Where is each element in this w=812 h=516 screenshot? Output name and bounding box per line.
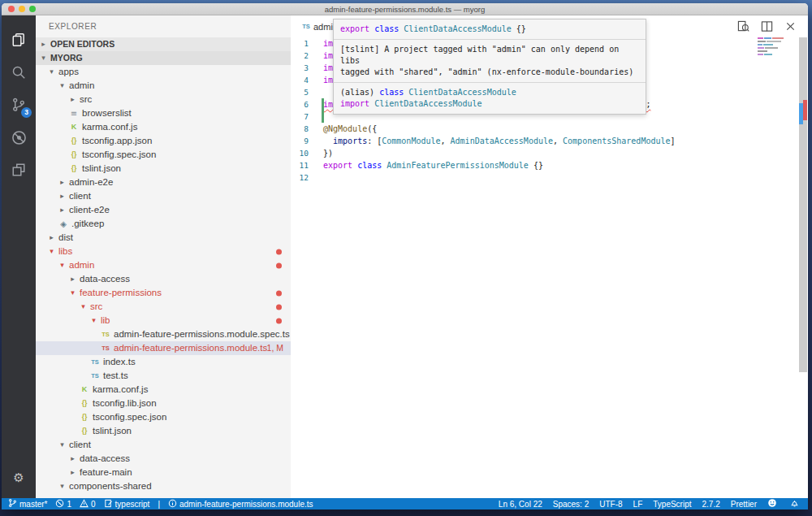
tree-item-src[interactable]: ▸src <box>36 493 291 498</box>
status-left: master*10typescript|admin-feature-permis… <box>8 498 313 509</box>
line-number: 8 <box>291 123 318 135</box>
tree-item-admin[interactable]: ▾admin <box>36 79 291 93</box>
chevron-down-icon: ▾ <box>79 300 88 314</box>
code-line-11[interactable]: 11export class AdminFeaturePermissionsMo… <box>291 159 808 171</box>
close-editor-icon[interactable] <box>784 20 797 33</box>
code-text <box>318 171 323 184</box>
chevron-right-icon: ▸ <box>68 493 77 498</box>
error-dot-badge <box>276 304 282 310</box>
tree-item-tsconfig-spec-json[interactable]: {}tsconfig.spec.json <box>36 148 291 162</box>
line-number: 2 <box>291 50 318 62</box>
chevron-right-icon: ▸ <box>58 176 67 189</box>
tree-item-client-e2e[interactable]: ▸client-e2e <box>36 203 291 217</box>
tree-item-label: feature-main <box>77 466 132 479</box>
smiley-icon <box>767 498 777 509</box>
tree-item-src[interactable]: ▾src <box>36 300 291 314</box>
status-item-label: admin-feature-permissions.module.ts <box>179 500 313 509</box>
split-editor-icon[interactable] <box>761 20 773 33</box>
tree-item-admin-e2e[interactable]: ▸admin-e2e <box>36 176 291 189</box>
tree-item-label: MYORG <box>48 51 83 65</box>
tree-item-label: apps <box>56 65 79 79</box>
tree-item-client[interactable]: ▸client <box>36 189 291 203</box>
tree-item-admin-feature-permissions-module-ts[interactable]: TSadmin-feature-permissions.module.ts1, … <box>36 341 291 355</box>
tree-item-dist[interactable]: ▸dist <box>36 231 291 245</box>
tree-item-index-ts[interactable]: TSindex.ts <box>36 355 291 369</box>
status-left-1[interactable]: 1 <box>55 499 71 509</box>
status-right-2-7-2[interactable]: 2.7.2 <box>702 500 720 509</box>
tree-item-src[interactable]: ▸src <box>36 93 291 106</box>
tree-item-data-access[interactable]: ▸data-access <box>36 452 291 466</box>
tree-item-components-shared[interactable]: ▾components-shared <box>36 479 291 493</box>
status-left-typescript[interactable]: typescript <box>104 499 150 509</box>
source-control-icon[interactable]: 3 <box>2 89 36 121</box>
status-item-label: Spaces: 2 <box>553 500 589 509</box>
status-right: Ln 6, Col 22Spaces: 2UTF-8LFTypeScript2.… <box>499 498 801 509</box>
tree-item-label: dist <box>56 231 73 245</box>
tree-item-label: index.ts <box>101 355 136 369</box>
status-right-utf-8[interactable]: UTF-8 <box>599 500 622 509</box>
minimap[interactable] <box>758 37 797 61</box>
tree-item-admin[interactable]: ▾admin <box>36 258 291 272</box>
explorer-icon[interactable] <box>2 24 36 56</box>
minimize-window-button[interactable] <box>19 6 25 12</box>
tree-item-label: data-access <box>77 272 130 286</box>
tree-item-data-access[interactable]: ▸data-access <box>36 272 291 286</box>
tree-item-gitkeep[interactable]: ◈.gitkeep <box>36 217 291 231</box>
status-left-0[interactable]: 0 <box>80 499 96 509</box>
open-changes-icon[interactable] <box>737 20 749 33</box>
line-number: 12 <box>291 171 318 184</box>
status-right-smiley[interactable] <box>767 498 780 509</box>
status-right-typescript[interactable]: TypeScript <box>653 500 691 509</box>
scm-badge: 3 <box>21 107 32 118</box>
tree-item-tsconfig-lib-json[interactable]: {}tsconfig.lib.json <box>36 397 291 410</box>
tree-item-browserslist[interactable]: ≡browserslist <box>36 106 291 120</box>
extensions-icon[interactable] <box>2 154 36 186</box>
tree-item-tslint-json[interactable]: {}tslint.json <box>36 424 291 438</box>
search-icon[interactable] <box>2 56 36 89</box>
tree-item-libs[interactable]: ▾libs <box>36 245 291 258</box>
scrollbar[interactable] <box>799 37 807 372</box>
debug-icon[interactable] <box>2 121 36 154</box>
error-dot-badge <box>276 262 282 268</box>
tree-item-label: tsconfig.spec.json <box>90 410 166 424</box>
line-number: 9 <box>291 135 318 147</box>
git-modified-gutter <box>322 111 324 123</box>
code-line-9[interactable]: 9 imports: [CommonModule, AdminDataAcces… <box>291 135 808 147</box>
tree-item-feature-main[interactable]: ▸feature-main <box>36 466 291 479</box>
status-right-bell[interactable] <box>790 498 801 509</box>
sidebar-title: EXPLORER <box>36 15 291 37</box>
zoom-window-button[interactable] <box>29 6 36 12</box>
code-line-8[interactable]: 8@NgModule({ <box>291 123 808 135</box>
tree-item-apps[interactable]: ▾apps <box>36 65 291 79</box>
status-left-master[interactable]: master* <box>8 498 47 509</box>
tree-item-tsconfig-app-json[interactable]: {}tsconfig.app.json <box>36 134 291 148</box>
chevron-down-icon: ▾ <box>58 438 67 452</box>
status-left-admin-feature-permissions-module-ts[interactable]: admin-feature-permissions.module.ts <box>168 499 313 509</box>
tree-item-tslint-json[interactable]: {}tslint.json <box>36 162 291 176</box>
tree-item-test-ts[interactable]: TStest.ts <box>36 369 291 383</box>
status-right-prettier[interactable]: Prettier <box>731 500 757 509</box>
tree-item-karma-conf-js[interactable]: Kkarma.conf.js <box>36 383 291 397</box>
tree-item-lib[interactable]: ▾lib <box>36 314 291 327</box>
tree-item-client[interactable]: ▾client <box>36 438 291 452</box>
status-right-spaces-2[interactable]: Spaces: 2 <box>553 500 589 509</box>
warning-icon <box>80 499 89 509</box>
chevron-down-icon: ▾ <box>58 479 67 493</box>
chevron-right-icon: ▸ <box>47 231 56 245</box>
tree-item-admin-feature-permissions-module-spec-ts[interactable]: TSadmin-feature-permissions.module.spec.… <box>36 327 291 341</box>
tree-section-open-editors[interactable]: ▸OPEN EDITORS <box>36 37 291 51</box>
tree-item-feature-permissions[interactable]: ▾feature-permissions <box>36 286 291 300</box>
status-right-ln-6-col-22[interactable]: Ln 6, Col 22 <box>499 500 542 509</box>
tree-item-karma-conf-js[interactable]: Kkarma.conf.js <box>36 120 291 134</box>
error-dot-badge <box>276 318 282 323</box>
chevron-down-icon: ▾ <box>58 79 67 93</box>
close-window-button[interactable] <box>8 6 15 12</box>
tree-section-myorg[interactable]: ▾MYORG <box>36 51 291 65</box>
code-line-10[interactable]: 10}) <box>291 147 808 159</box>
code-text <box>318 86 323 98</box>
tree-item-tsconfig-spec-json[interactable]: {}tsconfig.spec.json <box>36 410 291 424</box>
code-line-12[interactable]: 12 <box>291 171 808 184</box>
status-right-lf[interactable]: LF <box>633 500 643 509</box>
settings-gear-icon[interactable]: ⚙ <box>2 464 36 492</box>
status-item-label: LF <box>633 500 643 509</box>
